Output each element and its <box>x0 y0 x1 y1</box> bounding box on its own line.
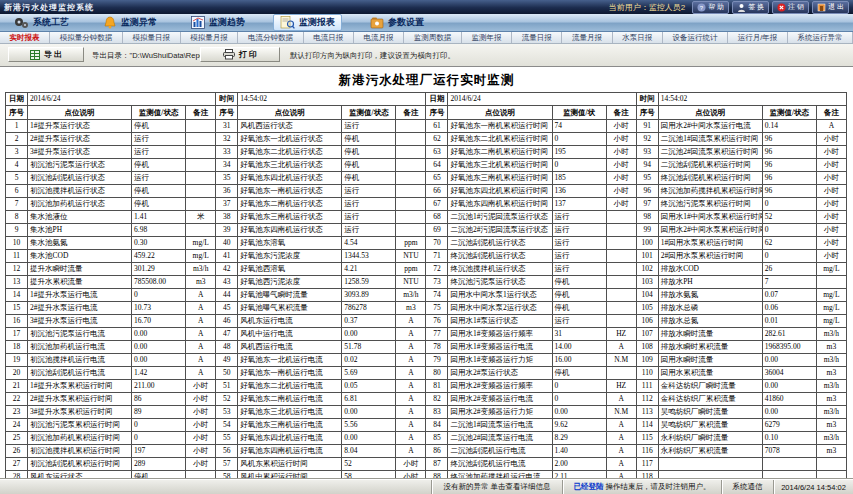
unit-cell: 小时 <box>186 419 216 432</box>
seq-cell: 42 <box>216 263 238 276</box>
value-cell: 6279 <box>762 419 816 432</box>
unit-cell: mg/L <box>816 302 846 315</box>
column-header-row: 序号点位说明监测值/状态备注序号点位说明监测值/状态备注序号点位说明监测值/状备… <box>6 106 847 120</box>
unit-cell <box>186 172 216 185</box>
seq-cell: 46 <box>216 315 238 328</box>
unit-cell <box>186 198 216 211</box>
tab-15[interactable]: 系统运行异常 <box>788 32 853 43</box>
tab-3[interactable]: 模拟量日报 <box>123 32 181 43</box>
desc-cell: 好氧池东三南机运行状态 <box>238 211 342 224</box>
value-cell: 1.41 <box>132 211 186 224</box>
desc-cell: 回用水中间水泵1运行状态 <box>448 289 552 302</box>
tab-14[interactable]: 运行月/年报 <box>728 32 788 43</box>
table-row: 24初沉池污泥泵累积运行时间0小时54好氧池东三南机运行电流5.56A84二沉池… <box>6 419 847 432</box>
seq-cell: 22 <box>6 393 28 406</box>
status-bar: 没有新的异常 单击查看详细信息 已经登陆 操作结束后，请及时注销用户。 系统通信… <box>0 479 853 494</box>
unit-cell: A <box>186 289 216 302</box>
value-cell: 2.00 <box>552 458 606 471</box>
unit-cell: 小时 <box>606 198 636 211</box>
unit-cell <box>396 185 426 198</box>
tab-7[interactable]: 电流月报 <box>354 32 404 43</box>
unit-cell: HZ <box>606 380 636 393</box>
unit-cell: 米 <box>186 211 216 224</box>
gears-icon <box>14 16 29 29</box>
desc-cell: 初沉池加药机累积运行时间 <box>28 432 132 445</box>
tab-11[interactable]: 流量月报 <box>562 32 612 43</box>
desc-cell: 好氧池东二南机运行状态 <box>238 198 342 211</box>
seq-cell: 50 <box>216 367 238 380</box>
export-button[interactable]: 导 出 <box>8 47 84 62</box>
unit-cell: 小时 <box>816 237 846 250</box>
titlebar-button-2[interactable]: 签 换 <box>732 1 769 14</box>
desc-cell: 排放水氨氮 <box>658 289 762 302</box>
unit-cell <box>186 146 216 159</box>
desc-cell: 1#提升泵运行状态 <box>28 120 132 133</box>
seq-cell: 80 <box>426 367 448 380</box>
seq-cell: 1 <box>6 120 28 133</box>
value-cell: 1968395.00 <box>762 341 816 354</box>
desc-cell: 回用水中间水泵2运行状态 <box>448 302 552 315</box>
value-cell: 1258.59 <box>342 276 396 289</box>
titlebar-button-3[interactable]: 注 销 <box>772 1 809 14</box>
tab-9[interactable]: 监测年报 <box>462 32 512 43</box>
value-cell: 0.37 <box>342 315 396 328</box>
value-cell: 7078 <box>762 445 816 458</box>
tab-8[interactable]: 监测周数据 <box>404 32 462 43</box>
seq-cell: 61 <box>426 120 448 133</box>
seq-cell: 7 <box>6 198 28 211</box>
menu-item-3[interactable]: 监测趋势 <box>185 15 251 30</box>
seq-cell: 105 <box>636 302 658 315</box>
seq-cell: 27 <box>6 458 28 471</box>
table-row: 26初沉池搅拌机累积运行时间197小时56好氧池东四南机运行电流8.04A86二… <box>6 445 847 458</box>
desc-cell: 排放水总磷 <box>658 302 762 315</box>
tab-6[interactable]: 电流日报 <box>304 32 354 43</box>
seq-cell: 10 <box>6 237 28 250</box>
unit-cell: A <box>606 445 636 458</box>
login-status-text: 已经登陆 <box>574 482 604 492</box>
tab-12[interactable]: 水泵日报 <box>613 32 663 43</box>
menu-item-4[interactable]: 监测报表 <box>273 14 342 31</box>
desc-cell: 回用水1#变频器运行力矩 <box>448 354 552 367</box>
unit-cell: m3/h <box>186 263 216 276</box>
seq-cell: 48 <box>216 341 238 354</box>
unit-cell: mg/L <box>186 250 216 263</box>
unit-cell <box>186 185 216 198</box>
menu-item-label: 监测报表 <box>299 16 335 29</box>
unit-cell <box>606 237 636 250</box>
time-value: 14:54:02 <box>658 93 846 106</box>
value-cell: 运行 <box>552 224 606 237</box>
seq-cell: 75 <box>426 302 448 315</box>
title-bar: 新港污水处理监控系统 当前用户：监控人员2 ?帮 助签 换注 销退 出 <box>0 0 853 14</box>
value-cell: 52 <box>342 458 396 471</box>
desc-cell: 金科达纺织厂累积流量 <box>658 393 762 406</box>
menu-item-1[interactable]: 系统工艺 <box>8 15 75 30</box>
value-cell: 9.62 <box>552 419 606 432</box>
menu-item-2[interactable]: 监测异常 <box>97 15 163 30</box>
tab-5[interactable]: 电流分钟数据 <box>238 32 303 43</box>
unit-cell: HZ <box>606 328 636 341</box>
unit-cell: A <box>396 367 426 380</box>
value-cell: 8.29 <box>552 432 606 445</box>
tab-1[interactable]: 实时报表 <box>0 32 50 43</box>
desc-cell: 2#提升泵运行状态 <box>28 133 132 146</box>
value-cell: 运行 <box>552 237 606 250</box>
tab-2[interactable]: 模拟量分钟数据 <box>50 32 123 43</box>
print-button[interactable]: 打 印 <box>200 47 280 62</box>
titlebar-button-4[interactable]: 退 出 <box>812 1 849 14</box>
value-cell: 74 <box>552 120 606 133</box>
menu-item-5[interactable]: 参数设置 <box>364 15 430 30</box>
tab-10[interactable]: 流量日报 <box>512 32 562 43</box>
tab-4[interactable]: 模拟量月报 <box>181 32 239 43</box>
value-cell: 0.01 <box>762 315 816 328</box>
value-cell: 136 <box>552 185 606 198</box>
titlebar-button-1[interactable]: ?帮 助 <box>692 1 729 14</box>
unit-cell <box>396 133 426 146</box>
tab-13[interactable]: 设备运行统计 <box>663 32 728 43</box>
export-directory-text: 导出目录："D:\WuShuiData\Report" <box>92 51 211 61</box>
seq-cell: 51 <box>216 380 238 393</box>
desc-cell: 好氧池东污泥浓度 <box>238 250 342 263</box>
desc-cell: 初沉池污泥泵运行状态 <box>28 159 132 172</box>
status-alert[interactable]: 没有新的异常 单击查看详细信息 <box>431 480 562 494</box>
seq-cell: 53 <box>216 406 238 419</box>
export-icon <box>30 50 40 60</box>
